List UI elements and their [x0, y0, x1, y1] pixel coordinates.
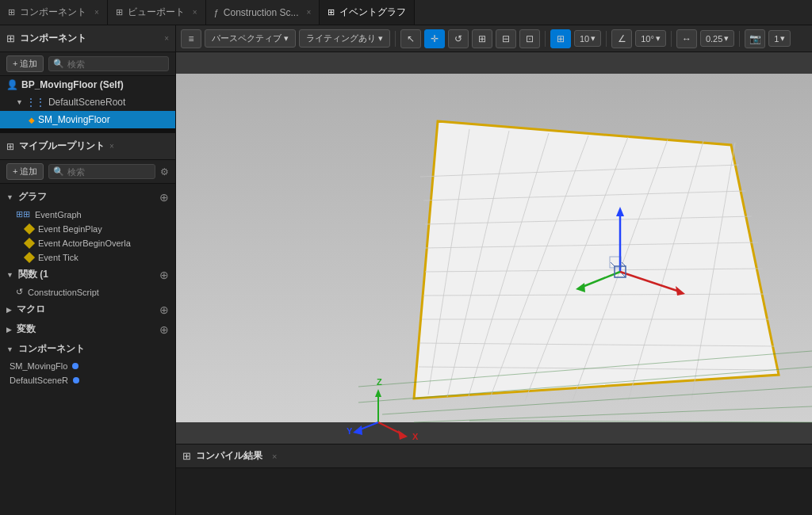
scale-icon-button[interactable]: ↔	[676, 29, 697, 48]
component-panel-title: コンポーネント	[20, 32, 156, 45]
tree-item-self-label: BP_MovingFloor (Self)	[21, 79, 124, 90]
component-search-box: 🔍	[48, 56, 169, 71]
components-section-label: コンポーネント	[18, 342, 169, 356]
camera2-icon: 📷	[749, 33, 761, 44]
diamond-icon-2	[24, 238, 35, 249]
variables-section-header[interactable]: ▶ 変数 ⊕	[0, 319, 175, 339]
tab-component[interactable]: ⊞ コンポーネント ×	[0, 0, 108, 25]
left-panel: ⊞ コンポーネント × + 追加 🔍 👤 BP_MovingFloor (Sel…	[0, 25, 176, 515]
event-actoroverlap-label: Event ActorBeginOverla	[38, 238, 131, 248]
eventgraph-item[interactable]: ⊞⊞ EventGraph	[0, 207, 175, 222]
blueprint-panel: ⊞ マイブループリント × + 追加 🔍 ⚙ ▼ グラフ ⊕	[0, 133, 175, 515]
tab-eventgraph[interactable]: ⊞ イベントグラフ	[320, 0, 415, 25]
camera-button[interactable]: ⊡	[519, 29, 540, 48]
svg-marker-39	[398, 430, 408, 440]
components-section-header[interactable]: ▼ コンポーネント	[0, 339, 175, 359]
variables-add-icon[interactable]: ⊕	[159, 323, 169, 336]
event-tick-label: Event Tick	[38, 253, 79, 262]
tree-item-self[interactable]: 👤 BP_MovingFloor (Self)	[0, 76, 175, 93]
camera-mode-button[interactable]: 📷	[745, 29, 765, 48]
eventgraph-item-label: EventGraph	[35, 210, 82, 219]
angle-value-button[interactable]: 10° ▾	[635, 30, 666, 47]
tab-construction-label: Construction Sc...	[224, 7, 299, 18]
bp-search-input[interactable]	[67, 167, 115, 177]
functions-expand-icon: ▼	[6, 271, 13, 279]
construction-tab-icon: ƒ	[214, 8, 219, 17]
scale2-icon: ↔	[682, 33, 691, 44]
bottom-panel-header: ⊞ コンパイル結果 ×	[176, 444, 812, 468]
event-tick-item[interactable]: Event Tick	[0, 250, 175, 265]
bp-panel-close[interactable]: ×	[109, 142, 114, 151]
svg-text:Z: Z	[377, 377, 382, 387]
component-add-button[interactable]: + 追加	[6, 55, 44, 72]
tree-item-defaultsceneroot[interactable]: ▼ ⋮⋮ DefaultSceneRoot	[0, 93, 175, 111]
var-sm-moving-label: SM_MovingFlo	[10, 361, 67, 371]
grid-value-button[interactable]: 10 ▾	[574, 30, 601, 47]
camera-value-button[interactable]: 1 ▾	[768, 30, 791, 47]
tab-viewport-close[interactable]: ×	[193, 8, 197, 17]
separator-4	[671, 31, 672, 47]
viewport-svg: Z X Y	[176, 52, 812, 444]
construction-script-item[interactable]: ↺ ConstructionScript	[0, 284, 175, 299]
bp-add-button[interactable]: + 追加	[6, 163, 44, 180]
functions-section-header[interactable]: ▼ 関数 (1 ⊕	[0, 265, 175, 284]
component-search-input[interactable]	[67, 59, 115, 69]
eventgraph-tab-icon: ⊞	[327, 7, 335, 17]
compile-close[interactable]: ×	[272, 452, 277, 461]
graph-section-header[interactable]: ▼ グラフ ⊕	[0, 187, 175, 207]
tab-component-label: コンポーネント	[20, 6, 86, 19]
select-mode-button[interactable]: ↖	[400, 29, 421, 48]
rotate-icon: ↺	[454, 33, 462, 44]
bp-panel-header: ⊞ マイブループリント ×	[0, 133, 175, 160]
tab-component-close[interactable]: ×	[94, 8, 99, 17]
compile-title: コンパイル結果	[196, 449, 262, 463]
svg-marker-41	[353, 425, 362, 435]
scale-button[interactable]: ⊞	[472, 29, 492, 48]
func-icon: ↺	[16, 287, 23, 297]
tab-viewport[interactable]: ⊞ ビューポート ×	[108, 0, 206, 25]
viewport-area[interactable]: Z X Y	[176, 52, 812, 444]
component-panel-close[interactable]: ×	[164, 34, 169, 43]
snap-button[interactable]: ⊟	[496, 29, 516, 48]
macros-add-icon[interactable]: ⊕	[159, 303, 169, 316]
rotate-button[interactable]: ↺	[448, 29, 469, 48]
bp-settings-icon[interactable]: ⚙	[160, 166, 169, 177]
macros-section-label: マクロ	[17, 303, 155, 316]
component-toolbar: + 追加 🔍	[0, 52, 175, 76]
graph-item-icon: ⊞⊞	[16, 209, 30, 219]
scale-icon: ⊞	[478, 33, 486, 44]
event-beginplay-label: Event BeginPlay	[38, 224, 102, 234]
lighting-button[interactable]: ライティングあり ▾	[299, 29, 390, 48]
components-expand-icon: ▼	[6, 345, 13, 353]
separator-3	[606, 31, 607, 47]
grid-toggle-button[interactable]: ⊞	[550, 29, 571, 48]
graph-add-icon[interactable]: ⊕	[159, 191, 169, 204]
separator-5	[739, 31, 740, 47]
tree-item-sm-movingfloor[interactable]: ◆ SM_MovingFloor	[0, 111, 175, 128]
bottom-panel: ⊞ コンパイル結果 ×	[176, 444, 812, 515]
component-panel-header: ⊞ コンポーネント ×	[0, 25, 175, 52]
perspective-button[interactable]: パースペクティブ ▾	[205, 29, 296, 48]
macros-section-header[interactable]: ▶ マクロ ⊕	[0, 299, 175, 319]
tab-construction-close[interactable]: ×	[307, 8, 312, 17]
compile-icon: ⊞	[182, 450, 191, 462]
tree-item-sm-label: SM_MovingFloor	[38, 114, 110, 125]
translate-button[interactable]: ✛	[424, 29, 445, 48]
compile-content	[176, 468, 812, 515]
event-beginplay-item[interactable]: Event BeginPlay	[0, 222, 175, 236]
functions-add-icon[interactable]: ⊕	[159, 269, 169, 281]
var-sm-moving[interactable]: SM_MovingFlo	[0, 359, 175, 373]
var-default-scene[interactable]: DefaultSceneR	[0, 373, 175, 387]
lighting-label: ライティングあり	[306, 32, 376, 44]
event-actoroverlap-item[interactable]: Event ActorBeginOverla	[0, 236, 175, 250]
tab-viewport-label: ビューポート	[128, 6, 185, 19]
scene-root-icon: ⋮⋮	[26, 97, 45, 108]
angle-icon-button[interactable]: ∠	[611, 29, 632, 48]
scale-value-button[interactable]: 0.25 ▾	[700, 30, 734, 47]
bp-panel-icon: ⊞	[6, 141, 14, 152]
tab-bar: ⊞ コンポーネント × ⊞ ビューポート × ƒ Construction Sc…	[0, 0, 812, 25]
tab-construction[interactable]: ƒ Construction Sc... ×	[206, 0, 320, 25]
svg-marker-2	[414, 121, 779, 399]
viewport-menu-button[interactable]: ≡	[181, 29, 201, 48]
viewport-tab-icon: ⊞	[116, 7, 123, 17]
